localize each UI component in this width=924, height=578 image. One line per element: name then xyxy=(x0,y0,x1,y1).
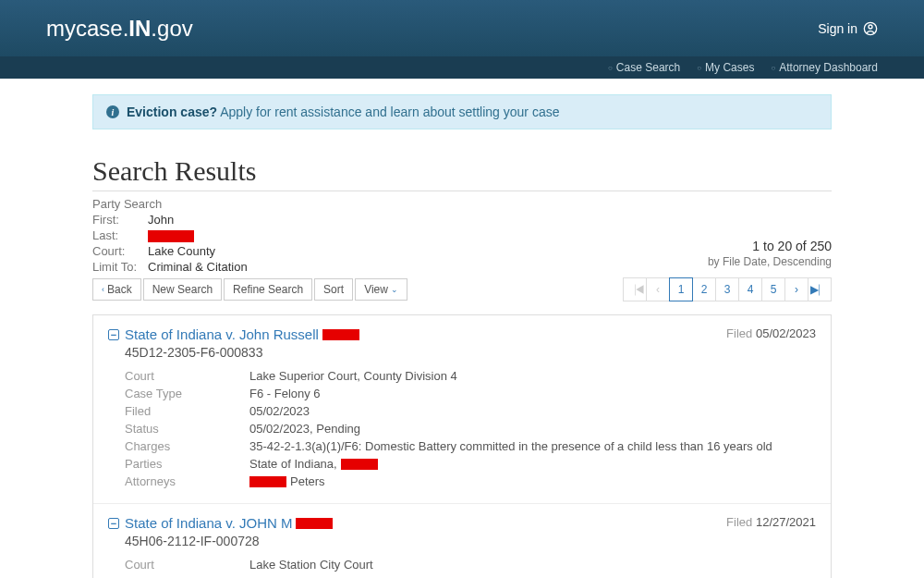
redacted-block xyxy=(296,518,333,529)
detail-attorneys-value: Peters xyxy=(249,474,816,488)
results-list: − State of Indiana v. John Russell 45D12… xyxy=(92,314,832,578)
page-last-button[interactable]: ▶⎸ xyxy=(808,277,832,301)
redacted-block xyxy=(341,459,378,470)
detail-status-label: Status xyxy=(125,422,249,436)
page-next-button[interactable]: › xyxy=(784,277,808,301)
sign-in-link[interactable]: Sign in xyxy=(818,21,878,36)
limit-label: Limit To: xyxy=(92,260,148,274)
last-value xyxy=(148,228,194,242)
detail-parties-label: Parties xyxy=(125,457,249,471)
case-title-link[interactable]: State of Indiana v. John Russell xyxy=(125,326,359,342)
page-1-button[interactable]: 1 xyxy=(669,277,693,301)
alert-link[interactable]: Apply for rent assistance and learn abou… xyxy=(220,105,559,119)
page-5-button[interactable]: 5 xyxy=(761,277,785,301)
back-button[interactable]: ‹Back xyxy=(92,278,141,301)
detail-court-value: Lake Superior Court, County Division 4 xyxy=(249,369,816,383)
action-button-group: ‹Back New Search Refine Search Sort View… xyxy=(92,278,407,301)
nav-case-search[interactable]: Case Search xyxy=(608,61,680,74)
detail-attorneys-label: Attorneys xyxy=(125,474,249,488)
pagination: ⎹◀ ‹ 1 2 3 4 5 › ▶⎸ xyxy=(624,277,832,301)
detail-parties-value: State of Indiana, xyxy=(249,457,816,471)
page-4-button[interactable]: 4 xyxy=(738,277,762,301)
redacted-block xyxy=(322,329,359,340)
sort-button[interactable]: Sort xyxy=(314,278,353,301)
last-label: Last: xyxy=(92,228,148,242)
info-icon: i xyxy=(106,105,119,118)
refine-search-button[interactable]: Refine Search xyxy=(224,278,312,301)
detail-filed-value: 05/02/2023 xyxy=(249,404,816,418)
svg-point-1 xyxy=(869,25,872,29)
nav-attorney-dashboard[interactable]: Attorney Dashboard xyxy=(771,61,878,74)
page-3-button[interactable]: 3 xyxy=(715,277,739,301)
limit-value: Criminal & Citation xyxy=(148,260,248,274)
detail-type-value: F6 - Felony 6 xyxy=(249,387,816,400)
site-logo[interactable]: mycase.IN.gov xyxy=(46,16,193,42)
title-divider xyxy=(92,191,832,191)
redacted-block xyxy=(148,230,194,242)
result-item: − State of Indiana v. JOHN M 45H06-2112-… xyxy=(93,504,831,578)
first-value: John xyxy=(148,213,174,227)
detail-charges-value: 35-42-2-1.3(a)(1)/F6: Domestic Battery c… xyxy=(249,439,816,453)
detail-filed-label: Filed xyxy=(125,404,249,418)
user-circle-icon xyxy=(863,21,878,36)
page-prev-button[interactable]: ‹ xyxy=(646,277,670,301)
chevron-down-icon: ⌄ xyxy=(391,285,398,294)
filed-info: Filed 12/27/2021 xyxy=(726,515,816,529)
detail-court-label: Court xyxy=(125,558,249,572)
detail-status-value: 05/02/2023, Pending xyxy=(249,422,816,436)
page-first-button[interactable]: ⎹◀ xyxy=(623,277,647,301)
detail-court-value: Lake Station City Court xyxy=(249,558,816,572)
detail-type-label: Case Type xyxy=(125,387,249,400)
collapse-icon[interactable]: − xyxy=(108,329,119,340)
eviction-alert: i Eviction case? Apply for rent assistan… xyxy=(92,94,832,129)
case-number: 45D12-2305-F6-000833 xyxy=(125,345,721,360)
case-title-link[interactable]: State of Indiana v. JOHN M xyxy=(125,515,333,531)
search-type: Party Search xyxy=(92,197,832,211)
result-item: − State of Indiana v. John Russell 45D12… xyxy=(93,315,831,504)
redacted-block xyxy=(249,476,286,487)
new-search-button[interactable]: New Search xyxy=(143,278,222,301)
court-value: Lake County xyxy=(148,244,215,258)
first-label: First: xyxy=(92,213,148,227)
page-title: Search Results xyxy=(92,155,832,187)
alert-bold-text: Eviction case? xyxy=(127,105,217,119)
case-number: 45H06-2112-IF-000728 xyxy=(125,534,721,548)
court-label: Court: xyxy=(92,244,148,258)
nav-my-cases[interactable]: My Cases xyxy=(697,61,754,74)
view-button[interactable]: View⌄ xyxy=(355,278,407,301)
detail-court-label: Court xyxy=(125,369,249,383)
page-2-button[interactable]: 2 xyxy=(692,277,716,301)
detail-charges-label: Charges xyxy=(125,439,249,453)
collapse-icon[interactable]: − xyxy=(108,518,119,529)
sign-in-label: Sign in xyxy=(818,21,857,36)
filed-info: Filed 05/02/2023 xyxy=(726,326,816,340)
chevron-left-icon: ‹ xyxy=(102,285,104,294)
